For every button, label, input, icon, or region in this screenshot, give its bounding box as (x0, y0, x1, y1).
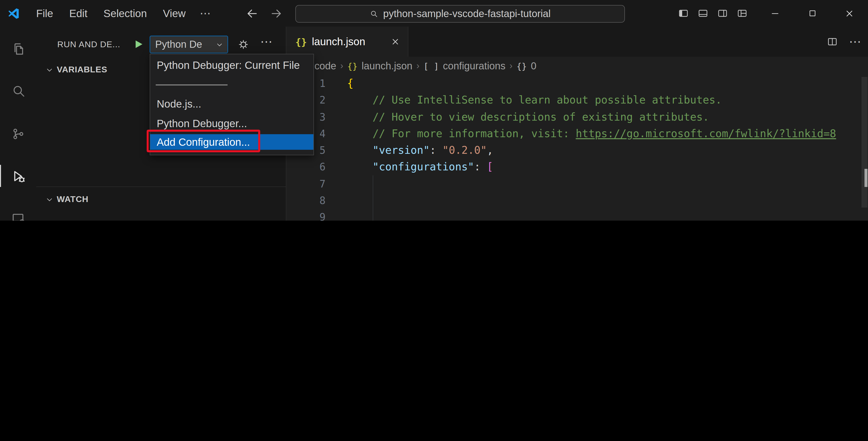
code-text: // For more information, visit: https://… (347, 126, 836, 143)
code-line-4[interactable]: 4 // For more information, visit: https:… (286, 126, 868, 143)
forward-arrow-icon[interactable] (269, 6, 283, 21)
breadcrumb-symbol-0[interactable]: 0 (531, 60, 536, 72)
search-value: python-sample-vscode-fastapi-tutorial (383, 8, 551, 20)
tab-actions: ⋯ (827, 27, 861, 57)
minimize-icon (770, 8, 780, 18)
sidebar-title: RUN AND DE... (57, 40, 120, 50)
section-watch[interactable]: WATCH (36, 190, 286, 209)
line-number: 7 (286, 176, 326, 193)
start-debugging-icon[interactable] (133, 38, 145, 50)
command-center-search[interactable]: python-sample-vscode-fastapi-tutorial (296, 5, 625, 23)
section-variables-label: VARIABLES (57, 65, 107, 75)
code-line-5[interactable]: 5 "version": "0.2.0", (286, 142, 868, 159)
chevron-down-icon (45, 66, 54, 74)
code-text: "version": "0.2.0", (347, 142, 493, 159)
search-icon (11, 83, 25, 98)
code-line-1[interactable]: 1{ (286, 76, 868, 92)
editor-scrollbar[interactable] (862, 77, 868, 208)
menu-view[interactable]: View (155, 4, 194, 23)
split-editor-icon[interactable] (827, 36, 838, 47)
code-line-7[interactable]: 7 (286, 176, 868, 193)
code-editor[interactable]: 1{2 // Use IntelliSense to learn about p… (286, 76, 868, 220)
object-symbol-icon: {} (517, 61, 527, 71)
json-file-icon: {} (296, 36, 307, 47)
dropdown-item-nodejs[interactable]: Node.js... (150, 96, 313, 112)
breadcrumb-folder[interactable]: code (314, 60, 336, 72)
code-lines: 1{2 // Use IntelliSense to learn about p… (286, 76, 868, 220)
code-line-3[interactable]: 3 // Hover to view descriptions of exist… (286, 109, 868, 126)
maximize-button[interactable] (794, 0, 831, 27)
files-icon (11, 41, 25, 56)
line-number: 9 (286, 209, 326, 220)
minimize-button[interactable] (756, 0, 794, 27)
window-controls (756, 0, 868, 27)
close-tab-icon[interactable] (390, 36, 401, 47)
vscode-window: File Edit Selection View ⋯ python-sample… (0, 0, 868, 220)
indent-guide (373, 175, 373, 220)
title-bar: File Edit Selection View ⋯ python-sample… (0, 0, 868, 27)
activity-remote-explorer[interactable] (0, 204, 36, 220)
code-text: { (347, 76, 353, 92)
overview-ruler-mark (865, 169, 868, 187)
dropdown-item-current-file[interactable]: Python Debugger: Current File (150, 57, 313, 73)
menu-bar: File Edit Selection View ⋯ (28, 0, 217, 27)
menu-file[interactable]: File (28, 4, 61, 23)
tab-launch-json[interactable]: {} launch.json (286, 27, 408, 57)
source-control-icon (11, 126, 25, 141)
tab-bar: {} launch.json ⋯ (286, 27, 868, 57)
menu-more-icon[interactable]: ⋯ (194, 4, 217, 23)
breadcrumb-separator: › (509, 61, 513, 71)
maximize-icon (807, 8, 817, 18)
activity-explorer[interactable] (0, 34, 36, 64)
line-number: 6 (286, 159, 326, 176)
toggle-panel-icon[interactable] (698, 8, 708, 19)
debug-config-value: Python De (155, 39, 216, 50)
json-file-icon: {} (347, 61, 358, 71)
breadcrumb-file[interactable]: launch.json (362, 60, 412, 72)
gear-icon[interactable] (238, 39, 249, 50)
activity-source-control[interactable] (0, 119, 36, 149)
tab-label: launch.json (312, 36, 366, 48)
activity-bar (0, 27, 36, 220)
breadcrumb-separator: › (416, 61, 420, 71)
code-text: "configurations": [ (347, 159, 493, 176)
activity-run-and-debug[interactable] (0, 161, 36, 191)
search-icon (370, 9, 378, 18)
close-icon (844, 8, 855, 18)
dropdown-separator (156, 84, 227, 85)
vscode-logo (7, 7, 20, 20)
debug-config-select[interactable]: Python De (150, 36, 228, 53)
code-line-9[interactable]: 9 (286, 209, 868, 220)
code-line-2[interactable]: 2 // Use IntelliSense to learn about pos… (286, 92, 868, 109)
editor-more-actions-icon[interactable]: ⋯ (849, 35, 861, 49)
debug-config-dropdown: Python Debugger: Current File Node.js...… (150, 54, 314, 155)
toggle-sidebar-icon[interactable] (678, 8, 689, 19)
breadcrumb-separator: › (340, 61, 343, 71)
array-symbol-icon: [ ] (424, 61, 439, 71)
breadcrumb: code › {} launch.json › [ ] configuratio… (286, 57, 868, 76)
close-button[interactable] (831, 0, 868, 27)
dropdown-item-python-debugger[interactable]: Python Debugger... (150, 116, 313, 131)
chevron-down-icon (45, 195, 54, 204)
toggle-secondary-sidebar-icon[interactable] (717, 8, 728, 19)
back-arrow-icon[interactable] (245, 6, 259, 21)
customize-layout-icon[interactable] (737, 8, 747, 19)
sidebar-more-actions-icon[interactable]: ⋯ (260, 35, 273, 49)
dropdown-item-add-configuration[interactable]: Add Configuration... (150, 134, 313, 150)
code-text: // Hover to view descriptions of existin… (347, 109, 709, 126)
section-watch-label: WATCH (57, 195, 88, 205)
code-line-6[interactable]: 6 "configurations": [ (286, 159, 868, 176)
menu-selection[interactable]: Selection (95, 4, 155, 23)
run-and-debug-icon (10, 168, 26, 184)
activity-search[interactable] (0, 76, 36, 106)
layout-controls (678, 0, 747, 27)
line-number: 8 (286, 193, 326, 209)
chevron-down-icon (216, 40, 223, 49)
code-text: // Use IntelliSense to learn about possi… (347, 92, 722, 109)
menu-edit[interactable]: Edit (61, 4, 95, 23)
code-line-8[interactable]: 8 (286, 193, 868, 209)
section-divider (36, 186, 286, 187)
editor-group: {} launch.json ⋯ code › {} launch.json ›… (286, 27, 868, 220)
remote-explorer-icon (11, 211, 25, 220)
breadcrumb-symbol-configurations[interactable]: configurations (443, 60, 505, 72)
